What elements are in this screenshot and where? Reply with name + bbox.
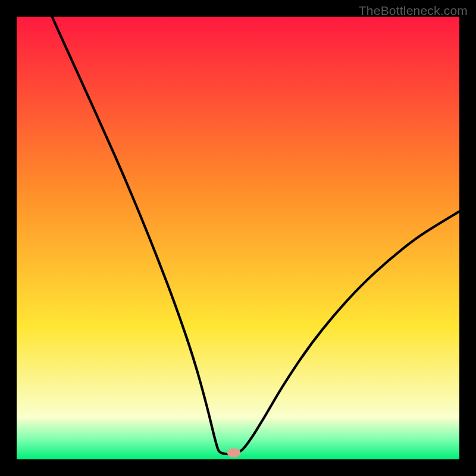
watermark-text: TheBottleneck.com xyxy=(359,4,468,18)
chart-frame: TheBottleneck.com xyxy=(0,0,476,476)
plot-area xyxy=(17,17,459,459)
minimum-marker-dot xyxy=(227,448,240,457)
bottleneck-curve xyxy=(17,17,459,459)
